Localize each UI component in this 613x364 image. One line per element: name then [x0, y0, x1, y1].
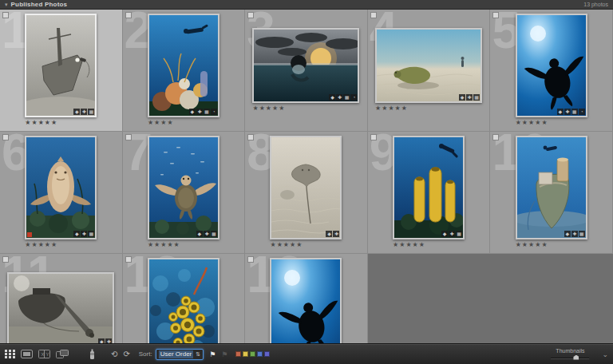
cell-marker-icon[interactable]: [247, 256, 254, 263]
thumbnail-badges[interactable]: ◆✚▦: [73, 231, 94, 237]
color-label-swatch-3[interactable]: [250, 351, 255, 357]
photo-thumbnail[interactable]: [270, 258, 342, 343]
grid-cell-8[interactable]: 8 ◆✚ ★★★★★: [245, 132, 368, 254]
thumbnail-badges[interactable]: ◆✚▦: [196, 231, 217, 237]
grid-cell-13[interactable]: 13: [245, 254, 368, 343]
thumbnail-badge-icon[interactable]: ▦: [88, 109, 94, 115]
color-label-swatch-1[interactable]: [235, 351, 241, 357]
thumbnail-badge-icon[interactable]: ◆: [196, 231, 203, 237]
thumbnail-badge-icon[interactable]: ◆: [326, 231, 332, 237]
color-label-swatch-4[interactable]: [257, 351, 263, 357]
star-rating[interactable]: ★★★★★: [393, 240, 465, 249]
thumbnail-badge-icon[interactable]: ✚: [204, 231, 210, 237]
photo-thumbnail[interactable]: ◆✚▦◔: [516, 14, 587, 117]
color-label-swatch-5[interactable]: [264, 351, 270, 357]
cell-marker-icon[interactable]: [125, 12, 132, 18]
photo-thumbnail[interactable]: ◆✚: [270, 136, 342, 239]
grid-cell-4[interactable]: 4 ◆✚▦ ★★★★★: [368, 10, 491, 132]
thumbnail-badge-icon[interactable]: ✚: [564, 109, 571, 115]
star-rating[interactable]: ★★★★★: [516, 118, 587, 127]
thumbnail-badge-icon[interactable]: ◆: [564, 231, 571, 237]
thumbnail-badge-icon[interactable]: ◔: [211, 109, 217, 115]
thumbnail-badge-icon[interactable]: ✚: [333, 231, 339, 237]
photo-thumbnail[interactable]: ◆✚: [7, 272, 114, 343]
thumbnail-badge-icon[interactable]: ▦: [211, 231, 217, 237]
photo-thumbnail[interactable]: ◆✚▦: [25, 136, 97, 239]
collapse-arrow-icon[interactable]: ▾: [5, 0, 8, 10]
compare-view-icon[interactable]: XY: [38, 348, 50, 361]
thumbnail-badge-icon[interactable]: ▦: [88, 231, 94, 237]
thumbnail-badges[interactable]: ◆✚▦: [73, 109, 94, 115]
photo-thumbnail[interactable]: ◆✚▦: [148, 136, 219, 239]
red-label-icon[interactable]: [27, 232, 32, 237]
photo-thumbnail[interactable]: ◆✚▦: [25, 14, 97, 117]
grid-cell-12[interactable]: 12: [123, 254, 246, 343]
rotate-left-icon[interactable]: ⟲: [111, 348, 117, 361]
star-rating[interactable]: ★★★★★: [375, 104, 482, 113]
thumbnail-badge-icon[interactable]: ✚: [196, 109, 203, 115]
thumbnail-badge-icon[interactable]: ◆: [459, 94, 465, 101]
thumbnail-badge-icon[interactable]: ✚: [466, 94, 473, 101]
thumbnail-badges[interactable]: ◆✚: [98, 338, 112, 343]
thumbnail-badge-icon[interactable]: ◆: [329, 94, 335, 101]
grid-cell-3[interactable]: 3 ◆✚▦◔ ★★★★★: [245, 10, 368, 132]
cell-marker-icon[interactable]: [247, 12, 254, 18]
photo-thumbnail[interactable]: ◆✚▦: [516, 136, 587, 239]
thumbnail-badges[interactable]: ◆✚▦◔: [189, 109, 217, 115]
cell-marker-icon[interactable]: [492, 134, 499, 140]
thumbnail-badge-icon[interactable]: ▦: [571, 109, 578, 115]
thumbnail-badges[interactable]: ◆✚▦: [564, 231, 585, 237]
photo-thumbnail[interactable]: ◆✚▦◔: [148, 14, 219, 117]
star-rating[interactable]: ★★★★★: [25, 118, 97, 127]
thumbnail-badges[interactable]: ◆✚▦◔: [557, 109, 585, 115]
grid-cell-1[interactable]: 1 ◆✚▦ ★★★★★: [0, 10, 123, 132]
loupe-view-icon[interactable]: [21, 348, 33, 361]
thumbnail-badge-icon[interactable]: ▦: [473, 94, 480, 101]
cell-marker-icon[interactable]: [2, 12, 9, 18]
survey-view-icon[interactable]: [56, 348, 69, 361]
star-rating[interactable]: ★★★★: [148, 118, 219, 127]
grid-view-icon[interactable]: [5, 348, 15, 361]
star-rating[interactable]: ★★★★★: [270, 240, 342, 249]
grid-cell-11[interactable]: 11 ◆✚: [0, 254, 123, 343]
grid-cell-9[interactable]: 9 ◆✚▦ ★★★★★: [368, 132, 491, 254]
thumbnail-badge-icon[interactable]: ◔: [579, 109, 585, 115]
flag-pick-icon[interactable]: ⚑: [209, 348, 216, 361]
thumbnail-badge-icon[interactable]: ✚: [571, 231, 578, 237]
cell-marker-icon[interactable]: [125, 134, 132, 140]
thumbnail-badge-icon[interactable]: ✚: [449, 231, 455, 237]
cell-marker-icon[interactable]: [125, 256, 132, 263]
sort-order-dropdown[interactable]: User Order ⇅: [156, 349, 204, 360]
photo-thumbnail[interactable]: ◆✚▦◔: [252, 28, 359, 103]
thumbnail-badge-icon[interactable]: ✚: [105, 338, 112, 343]
cell-marker-icon[interactable]: [370, 134, 377, 140]
cell-marker-icon[interactable]: [247, 134, 254, 140]
grid-cell-7[interactable]: 7 ◆✚▦ ★★★★★: [123, 132, 246, 254]
thumbnail-badge-icon[interactable]: ◆: [73, 109, 80, 115]
thumbnail-badge-icon[interactable]: ✚: [81, 231, 87, 237]
cell-marker-icon[interactable]: [492, 12, 499, 18]
rotate-right-icon[interactable]: ⟳: [123, 348, 129, 361]
cell-marker-icon[interactable]: [2, 134, 9, 140]
photo-thumbnail[interactable]: ◆✚▦: [375, 28, 482, 103]
thumbnail-badge-icon[interactable]: ◆: [98, 338, 105, 343]
thumbnail-badge-icon[interactable]: ▦: [579, 231, 585, 237]
thumbnail-badges[interactable]: ◆✚▦: [441, 231, 462, 237]
grid-cell-5[interactable]: 5 ◆✚▦◔ ★★★★★: [490, 10, 613, 132]
thumbnail-badge-icon[interactable]: ◆: [557, 109, 564, 115]
star-rating[interactable]: ★★★★★: [25, 240, 97, 249]
cell-marker-icon[interactable]: [2, 256, 9, 263]
photo-thumbnail[interactable]: ◆✚▦: [393, 136, 465, 239]
slider-thumb[interactable]: [573, 355, 579, 360]
star-rating[interactable]: ★★★★★: [148, 240, 219, 249]
thumbnail-badge-icon[interactable]: ▦: [343, 94, 350, 101]
thumbnail-badge-icon[interactable]: ◔: [350, 94, 357, 101]
star-rating[interactable]: ★★★★★: [252, 104, 359, 113]
photo-thumbnail[interactable]: [148, 258, 219, 343]
color-label-swatch-2[interactable]: [243, 351, 248, 357]
grid-cell-6[interactable]: 6 ◆✚▦ ★★★★★: [0, 132, 123, 254]
grid-cell-2[interactable]: 2 ◆✚▦◔ ★★★★: [123, 10, 246, 132]
cell-marker-icon[interactable]: [370, 12, 377, 18]
star-rating[interactable]: ★★★★★: [516, 240, 587, 249]
flag-reject-icon[interactable]: ⚑: [221, 348, 227, 361]
